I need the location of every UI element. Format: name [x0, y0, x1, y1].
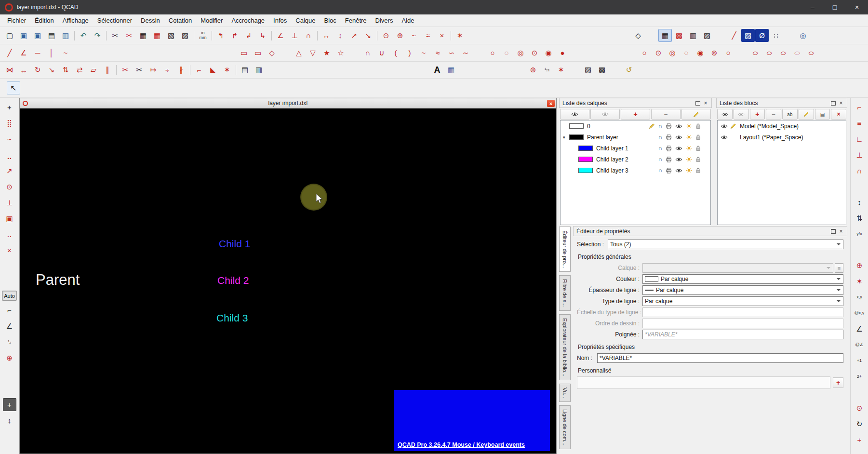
- layer-row[interactable]: Child layer 1 ∩: [561, 143, 710, 154]
- eye-icon[interactable]: [721, 124, 728, 129]
- point-sequence[interactable]: ¹₂₃: [540, 64, 554, 77]
- side-tab[interactable]: Ligne de com...: [559, 405, 571, 449]
- save-file[interactable]: ▣: [31, 29, 44, 42]
- pen-settings[interactable]: ╱: [727, 29, 741, 42]
- draw-order-front[interactable]: ↰: [214, 29, 227, 42]
- hatch-pattern[interactable]: ▨: [581, 64, 595, 77]
- separator[interactable]: [115, 64, 118, 76]
- show-all-layers-button[interactable]: [560, 109, 589, 120]
- float-panel-button[interactable]: [829, 227, 837, 235]
- circle-tools-7[interactable]: ○: [721, 46, 735, 59]
- linetype-scale-input[interactable]: [642, 307, 843, 317]
- circle-tools-2[interactable]: ⊙: [652, 46, 665, 59]
- draw-order-back[interactable]: ↱: [228, 29, 241, 42]
- angle-tool[interactable]: ∠: [274, 29, 287, 42]
- sun-icon[interactable]: [686, 167, 692, 174]
- property-editor-header[interactable]: Éditeur de propriétés ×: [573, 226, 847, 236]
- draw-order-input[interactable]: [642, 319, 843, 328]
- circle-concentric[interactable]: ◉: [542, 46, 555, 59]
- selection-pointer[interactable]: ↖: [7, 81, 20, 94]
- close-panel-button[interactable]: ×: [837, 99, 845, 107]
- offset-tools[interactable]: ≡: [853, 117, 866, 130]
- add-tool[interactable]: +: [853, 433, 866, 446]
- polar-angle[interactable]: ∠: [853, 322, 866, 335]
- center-snap-tool[interactable]: ⊙: [379, 29, 393, 42]
- separator[interactable]: [316, 30, 319, 41]
- corner-tools[interactable]: ∟: [853, 133, 866, 146]
- star-shape[interactable]: ☆: [334, 46, 347, 59]
- float-panel-button[interactable]: [829, 99, 837, 107]
- print[interactable]: ▤: [45, 29, 58, 42]
- printer-icon[interactable]: [666, 168, 672, 174]
- circle-tools-5[interactable]: ◉: [694, 46, 707, 59]
- layer-combobox[interactable]: [642, 263, 833, 273]
- modify-lengthen[interactable]: ↦: [147, 64, 160, 77]
- line-horizontal[interactable]: ─: [31, 46, 44, 59]
- separator[interactable]: [449, 30, 453, 41]
- cut[interactable]: ✂: [108, 29, 122, 42]
- separator[interactable]: [188, 64, 192, 76]
- spline-fit-points[interactable]: ∼: [459, 46, 472, 59]
- line-2-points[interactable]: ╱: [3, 46, 16, 59]
- modify-rotate[interactable]: ↻: [31, 64, 44, 77]
- arc-2-points-radius[interactable]: (: [389, 46, 402, 59]
- snap-end-points[interactable]: ⣀: [3, 148, 16, 161]
- insert-block-button[interactable]: ▤: [815, 109, 830, 120]
- magnet-icon[interactable]: ∩: [658, 168, 662, 173]
- coordinate-sequence[interactable]: ¹₂: [3, 335, 16, 348]
- menu-item[interactable]: Cotation: [164, 14, 196, 27]
- menu-item[interactable]: Modifier: [196, 14, 227, 27]
- add-block-button[interactable]: +: [750, 109, 765, 120]
- menu-item[interactable]: Fichier: [3, 14, 30, 27]
- printer-icon[interactable]: [666, 134, 672, 140]
- modify-flip[interactable]: ⇄: [73, 64, 86, 77]
- modify-trim-both[interactable]: ✂: [133, 64, 146, 77]
- printer-icon[interactable]: [666, 157, 672, 162]
- arc-tangent[interactable]: ~: [417, 46, 430, 59]
- drawing-canvas[interactable]: Parent Child 1 Child 2 Child 3 QCAD Pro …: [20, 108, 556, 454]
- copy-with-reference[interactable]: ▦: [150, 29, 164, 42]
- separator[interactable]: [375, 30, 379, 41]
- spline-tool[interactable]: ≈: [421, 29, 435, 42]
- circle-tools-4[interactable]: ◌: [680, 46, 693, 59]
- layer-row[interactable]: Child layer 3 ∩: [561, 165, 710, 176]
- dual-measure[interactable]: ⇅: [853, 212, 866, 225]
- side-tab[interactable]: Vu...: [559, 384, 571, 402]
- axis-reference[interactable]: y/x: [853, 227, 866, 240]
- menu-item[interactable]: Calque: [291, 14, 320, 27]
- line-vertical[interactable]: │: [45, 46, 58, 59]
- hide-all-blocks-button[interactable]: [734, 109, 749, 120]
- increment-one[interactable]: +1: [853, 354, 866, 367]
- isometric-projection[interactable]: ◇: [631, 29, 645, 42]
- modify-stretch[interactable]: ⇅: [59, 64, 72, 77]
- paste[interactable]: ▧: [164, 29, 178, 42]
- lock-icon[interactable]: [695, 123, 701, 129]
- float-panel-button[interactable]: [694, 99, 702, 107]
- snap-perpendicular[interactable]: ⊥: [3, 196, 16, 209]
- copy[interactable]: ▦: [136, 29, 150, 42]
- modify-round[interactable]: ⌐: [192, 64, 206, 77]
- separator[interactable]: [73, 30, 76, 41]
- paste-along-entity[interactable]: ▨: [178, 29, 192, 42]
- curve-tool[interactable]: ~: [407, 29, 421, 42]
- lineweight-combobox[interactable]: Par calque: [642, 285, 843, 295]
- maximize-button[interactable]: □: [824, 0, 846, 14]
- handle-input[interactable]: [642, 330, 843, 339]
- separator[interactable]: [270, 30, 273, 41]
- layer-row[interactable]: 0 ∩: [561, 120, 710, 132]
- arc-tools[interactable]: ∩: [853, 164, 866, 177]
- circle-center-point[interactable]: ○: [486, 46, 499, 59]
- snap-reference[interactable]: ▣: [3, 212, 16, 225]
- circle-tools-6[interactable]: ⊚: [708, 46, 721, 59]
- image-insert[interactable]: ▦: [444, 64, 458, 77]
- circle-2-points[interactable]: ◌: [500, 46, 513, 59]
- cut-with-reference[interactable]: ✂: [122, 29, 136, 42]
- absolute-coordinate[interactable]: x,y: [853, 291, 866, 304]
- block-row[interactable]: Model (*Model_Space): [718, 120, 846, 132]
- side-tab[interactable]: Éditeur de pro...: [559, 227, 571, 272]
- snap-intersection[interactable]: ×: [3, 244, 16, 257]
- snap-tangential[interactable]: ↗: [3, 164, 16, 177]
- separator[interactable]: [192, 30, 196, 41]
- coordinate-polar[interactable]: ∠: [3, 320, 16, 333]
- banner-link[interactable]: QCAD Pro 3.26.4.7 Mouse / Keyboard event…: [398, 441, 525, 448]
